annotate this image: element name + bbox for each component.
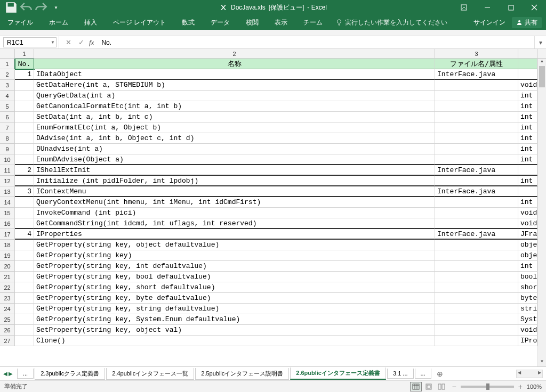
cell-ret[interactable]: void (518, 208, 537, 218)
cell-name[interactable]: GetProperty(string key, System.Enum defa… (34, 314, 435, 325)
cell-name[interactable]: DUnadvise(int a) (34, 144, 435, 154)
cell-no[interactable] (15, 208, 34, 218)
cell-name[interactable]: SetData(int a, int b, int c) (34, 112, 435, 123)
expand-formula-icon[interactable]: ▾ (534, 36, 546, 48)
cell-file[interactable] (435, 304, 518, 314)
cell-ret[interactable]: Syst (518, 314, 537, 325)
zoom-level[interactable]: 100% (527, 383, 542, 390)
tab-data[interactable]: データ (207, 16, 233, 29)
cell-no[interactable]: 3 (15, 186, 34, 197)
cancel-formula-icon[interactable]: ✕ (63, 38, 73, 46)
cell-ret[interactable]: int (518, 91, 537, 101)
cell-no[interactable]: 4 (15, 229, 34, 240)
row-header[interactable]: 27 (0, 336, 15, 346)
tell-me-search[interactable]: 実行したい作業を入力してください (335, 18, 447, 27)
cell-ret[interactable]: int (518, 176, 537, 186)
minimize-icon[interactable] (476, 0, 499, 15)
cell-name[interactable]: GetProperty(string key, int defaultvalue… (34, 261, 435, 272)
share-button[interactable]: 共有 (512, 17, 542, 28)
horizontal-scrollbar[interactable]: ◀▶ (516, 370, 543, 378)
cell-no[interactable] (15, 304, 34, 314)
cell-file[interactable] (435, 218, 518, 229)
scroll-up-icon[interactable]: ▲ (538, 59, 546, 66)
cell-no[interactable] (15, 133, 34, 144)
tab-insert[interactable]: 挿入 (81, 16, 100, 29)
row-header[interactable]: 17 (0, 229, 15, 240)
undo-icon[interactable] (19, 1, 33, 14)
qat-customize-icon[interactable]: ▼ (49, 1, 63, 14)
cell-file[interactable] (435, 91, 518, 101)
cell-no[interactable] (15, 293, 34, 304)
chevron-down-icon[interactable]: ▼ (51, 40, 55, 45)
row-header[interactable]: 4 (0, 91, 15, 101)
cell-file[interactable] (435, 293, 518, 304)
view-pagebreak-icon[interactable] (436, 382, 447, 391)
cell-name[interactable]: GetProperty(string key) (34, 250, 435, 261)
cell-ret[interactable]: shor (518, 282, 537, 293)
tab-view[interactable]: 表示 (271, 16, 291, 29)
cell-no[interactable] (15, 91, 34, 101)
header-cell-name[interactable]: 名称 (34, 59, 435, 69)
tab-home[interactable]: ホーム (46, 16, 71, 29)
cell-no[interactable] (15, 272, 34, 282)
ribbon-options-icon[interactable] (452, 0, 476, 15)
zoom-out-icon[interactable]: − (452, 382, 456, 391)
cell-no[interactable] (15, 250, 34, 261)
cell-file[interactable] (435, 112, 518, 123)
cell-no[interactable] (15, 144, 34, 154)
cell-ret[interactable]: obje (518, 240, 537, 250)
formula-input[interactable] (98, 36, 534, 48)
cell-no[interactable] (15, 101, 34, 112)
col-header[interactable]: 1 (15, 49, 34, 58)
cell-ret[interactable] (518, 69, 537, 80)
sheet-nav-next-icon[interactable]: ▶ (9, 371, 13, 377)
cell-name[interactable]: DAdvise(int a, int b, Object c, int d) (34, 133, 435, 144)
sheet-tab-overflow-right[interactable]: ... (415, 369, 431, 379)
cell-ret[interactable]: void (518, 325, 537, 336)
cell-name[interactable]: QueryContextMenu(int hmenu, int iMenu, i… (34, 197, 435, 208)
row-header[interactable]: 24 (0, 304, 15, 314)
sheet-tab-2-6[interactable]: 2.6publicインタフェース定義書 (290, 368, 386, 380)
scrollbar-thumb[interactable] (539, 66, 545, 87)
cell-no[interactable] (15, 123, 34, 133)
cell-ret[interactable]: int (518, 123, 537, 133)
cell-no[interactable] (15, 282, 34, 293)
sheet-nav-prev-icon[interactable]: ◀ (3, 371, 7, 377)
sign-in-link[interactable]: サインイン (473, 18, 505, 27)
row-header[interactable]: 9 (0, 144, 15, 154)
cell-no[interactable] (15, 325, 34, 336)
cell-name[interactable]: EnumFormatEtc(int a, Object b) (34, 123, 435, 133)
cell-ret[interactable]: int (518, 133, 537, 144)
header-cell-empty[interactable] (518, 59, 537, 69)
spreadsheet-grid[interactable]: 1 2 3 1 No. 名称 ファイル名/属性 21IDataObjectInt… (0, 49, 546, 366)
cell-file[interactable]: InterFace.java (435, 229, 518, 240)
cell-file[interactable] (435, 80, 518, 91)
cell-no[interactable]: 1 (15, 69, 34, 80)
cell-file[interactable] (435, 261, 518, 272)
cell-file[interactable] (435, 314, 518, 325)
tab-review[interactable]: 校閲 (243, 16, 262, 29)
new-sheet-icon[interactable]: ⊕ (432, 370, 447, 378)
cell-name[interactable]: GetProperty(string key, string defaultva… (34, 304, 435, 314)
cell-file[interactable] (435, 101, 518, 112)
cell-ret[interactable]: int (518, 261, 537, 272)
cell-ret[interactable]: byte (518, 293, 537, 304)
cell-name[interactable]: GetCommandString(int idcmd, int uflags, … (34, 218, 435, 229)
row-header[interactable]: 7 (0, 123, 15, 133)
zoom-in-icon[interactable]: + (518, 382, 523, 391)
tab-file[interactable]: ファイル (4, 16, 36, 29)
sheet-tab-3-1[interactable]: 3.1 ... (387, 369, 414, 379)
col-header[interactable]: 2 (34, 49, 435, 58)
view-pagelayout-icon[interactable] (423, 382, 435, 391)
row-header[interactable]: 16 (0, 218, 15, 229)
cell-file[interactable] (435, 336, 518, 346)
row-header[interactable]: 1 (0, 59, 15, 69)
cell-no[interactable] (15, 336, 34, 346)
row-header[interactable]: 21 (0, 272, 15, 282)
cell-name[interactable]: QueryGetData(int a) (34, 91, 435, 101)
cell-no[interactable] (15, 240, 34, 250)
row-header[interactable]: 25 (0, 314, 15, 325)
tab-formulas[interactable]: 数式 (179, 16, 198, 29)
fx-icon[interactable]: fx (89, 38, 94, 47)
cell-name[interactable]: GetProperty(string key, bool defaultvalu… (34, 272, 435, 282)
